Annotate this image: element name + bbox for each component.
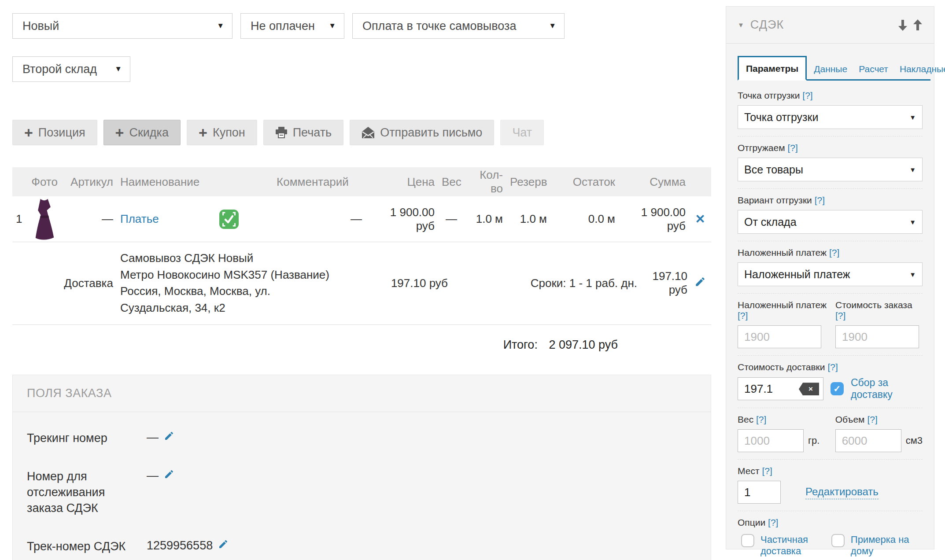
shipping-value: Все товары (744, 163, 803, 176)
product-sum: 1 900.00 руб (619, 206, 689, 233)
chevron-down-icon: ▼ (909, 271, 916, 278)
tab-invoices[interactable]: Накладные (895, 59, 945, 81)
delivery-fee-label[interactable]: Сбор за доставку (851, 377, 923, 401)
printer-icon (275, 127, 288, 138)
edit-field-icon[interactable] (218, 539, 229, 549)
delivery-terms: Сроки: 1 - 1 раб. дн. (451, 276, 641, 290)
product-photo[interactable] (27, 198, 62, 240)
product-article: — (62, 212, 117, 226)
edit-field-icon[interactable] (164, 469, 174, 479)
shipment-option-select[interactable]: От склада ▼ (738, 210, 923, 234)
clear-input-icon[interactable]: × (799, 383, 819, 395)
help-icon[interactable]: [?] (827, 362, 838, 372)
help-icon[interactable]: [?] (768, 517, 778, 527)
shipment-option-value: От склада (744, 216, 797, 228)
tab-data[interactable]: Данные (809, 59, 852, 81)
weight-label: Вес (738, 414, 753, 424)
print-button[interactable]: Печать (263, 120, 343, 145)
warehouse-value: Второй склад (22, 63, 97, 76)
edit-field-icon[interactable] (164, 431, 174, 441)
col-stock: Остаток (550, 175, 619, 189)
delivery-type: Самовывоз СДЭК Новый (120, 250, 338, 267)
help-icon[interactable]: [?] (835, 310, 845, 321)
payment-method-select[interactable]: Оплата в точке самовывоза ▼ (352, 13, 565, 39)
help-icon[interactable]: [?] (867, 414, 877, 424)
help-icon[interactable]: [?] (815, 195, 825, 205)
volume-unit: см3 (906, 435, 923, 446)
field-label: Трекинг номер (27, 431, 147, 446)
payment-method-value: Оплата в точке самовывоза (362, 19, 516, 33)
field-value: 1259956558 (147, 539, 213, 553)
chat-button[interactable]: Чат (500, 120, 544, 145)
option-checkbox-home-fitting[interactable] (831, 534, 845, 547)
shipment-option-group: Вариант отгрузки [?] От склада ▼ (738, 189, 923, 241)
col-sum: Сумма (619, 175, 689, 189)
help-icon[interactable]: [?] (756, 414, 766, 424)
product-reserve: 1.0 м (506, 212, 550, 226)
add-position-label: Позиция (38, 126, 85, 140)
field-value: — (147, 469, 159, 483)
delivery-label: Доставка (12, 276, 117, 290)
cdek-tabs: Параметры Данные Расчет Накладные (726, 44, 934, 81)
weight-volume-group: Вес [?] гр. Объем [?] (738, 408, 923, 460)
total-label: Итого: (503, 338, 538, 351)
dress-image (32, 198, 57, 240)
delivery-fee-checkbox[interactable]: ✓ (831, 382, 844, 395)
delivery-cost-group: Стоимость доставки [?] × ✓ Сбор за доста… (738, 356, 923, 408)
collapse-panel-icon[interactable]: ▼ (738, 21, 744, 29)
delivery-address: Россия, Москва, Москва, ул. Суздальская,… (120, 283, 338, 316)
volume-input[interactable] (835, 429, 901, 452)
edit-delivery-icon[interactable] (694, 276, 706, 287)
order-fields-title: ПОЛЯ ЗАКАЗА (13, 375, 711, 412)
move-down-icon[interactable] (898, 19, 908, 31)
help-icon[interactable]: [?] (762, 466, 772, 476)
product-name-link[interactable]: Платье (120, 212, 159, 225)
help-icon[interactable]: [?] (802, 90, 812, 100)
help-icon[interactable]: [?] (787, 143, 797, 153)
order-status-select[interactable]: Новый ▼ (12, 13, 233, 39)
add-position-button[interactable]: + Позиция (12, 120, 97, 145)
option-checkbox-partial-delivery[interactable] (741, 534, 754, 547)
chevron-down-icon: ▼ (909, 166, 916, 173)
shipment-point-value: Точка отгрузки (744, 111, 818, 124)
order-cost-input[interactable] (835, 325, 919, 348)
shipment-point-select[interactable]: Точка отгрузки ▼ (738, 105, 923, 129)
col-price: Цена (365, 175, 438, 189)
places-label: Мест (738, 466, 760, 476)
field-row-cdek-track: Трек-номер СДЭК 1259956558 (27, 539, 697, 555)
print-label: Печать (293, 126, 332, 140)
send-email-button[interactable]: Отправить письмо (350, 120, 494, 145)
order-page: Новый ▼ Не оплачен ▼ Оплата в точке само… (0, 0, 945, 560)
marking-status-icon[interactable] (219, 210, 239, 229)
option-label[interactable]: Частичная доставка (760, 534, 819, 557)
places-input[interactable] (738, 481, 781, 504)
chevron-down-icon: ▼ (329, 22, 336, 30)
cod-amount-input[interactable] (738, 325, 821, 348)
cdek-panel: ▼ СДЭК Параметры Данные Расчет Накладные… (726, 6, 934, 549)
edit-places-link[interactable]: Редактировать (805, 486, 879, 499)
tab-parameters[interactable]: Параметры (738, 56, 807, 81)
chat-label: Чат (512, 126, 532, 140)
shipping-select[interactable]: Все товары ▼ (738, 158, 923, 181)
send-email-label: Отправить письмо (380, 126, 482, 140)
envelope-icon (362, 127, 375, 139)
warehouse-select[interactable]: Второй склад ▼ (12, 56, 130, 82)
help-icon[interactable]: [?] (738, 310, 748, 321)
shipment-option-label: Вариант отгрузки (738, 195, 812, 205)
remove-product-icon[interactable]: ✕ (695, 212, 705, 226)
warehouse-row: Второй склад ▼ (12, 56, 711, 82)
add-discount-label: Скидка (129, 126, 169, 140)
cod-select[interactable]: Наложенный платеж ▼ (738, 262, 923, 286)
col-weight: Вес (438, 175, 465, 189)
option-label[interactable]: Примерка на дому (851, 534, 923, 557)
shipping-group: Отгружаем [?] Все товары ▼ (738, 136, 923, 189)
order-total: Итого: 2 097.10 руб (12, 338, 711, 352)
add-discount-button[interactable]: + Скидка (103, 120, 181, 145)
add-coupon-button[interactable]: + Купон (187, 120, 257, 145)
product-stock: 0.0 м (550, 212, 619, 226)
tab-calculation[interactable]: Расчет (854, 59, 893, 81)
weight-input[interactable] (738, 429, 804, 452)
help-icon[interactable]: [?] (829, 247, 839, 258)
payment-status-select[interactable]: Не оплачен ▼ (240, 13, 344, 39)
move-up-icon[interactable] (913, 19, 923, 31)
